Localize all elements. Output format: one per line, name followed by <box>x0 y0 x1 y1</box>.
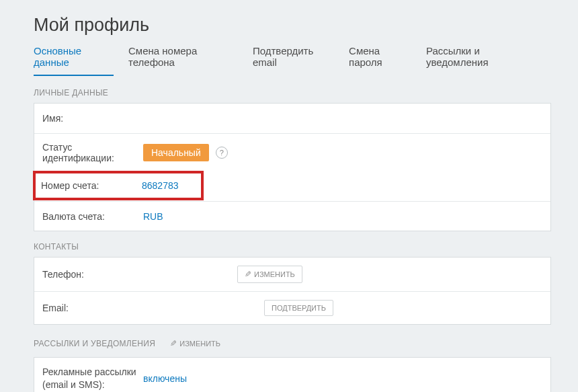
account-label: Номер счета: <box>41 180 142 191</box>
status-badge: Начальный <box>143 144 209 161</box>
currency-value: RUB <box>143 211 163 222</box>
row-phone: Телефон: ИЗМЕНИТЬ <box>34 258 550 291</box>
help-icon[interactable]: ? <box>216 147 228 159</box>
phone-btn-wrap: ИЗМЕНИТЬ <box>237 266 302 283</box>
ad-label: Рекламные рассылки (email и SMS): <box>42 366 143 391</box>
tab-change-phone[interactable]: Смена номера телефона <box>128 45 238 76</box>
section-personal: ЛИЧНЫЕ ДАННЫЕ Имя: Статус идентификации:… <box>34 88 551 231</box>
account-highlight-box: Номер счета: 8682783 <box>33 171 204 200</box>
section-notifications: РАССЫЛКИ И УВЕДОМЛЕНИЯ ИЗМЕНИТЬ Рекламны… <box>34 336 551 392</box>
contacts-panel: Телефон: ИЗМЕНИТЬ Email: ПОДТВЕРДИТЬ <box>34 257 551 325</box>
profile-page: Мой профиль Основные данные Смена номера… <box>0 0 578 392</box>
ad-value: включены <box>143 373 187 384</box>
section-header-notifications: РАССЫЛКИ И УВЕДОМЛЕНИЯ ИЗМЕНИТЬ <box>34 336 551 352</box>
page-title: Мой профиль <box>34 15 551 36</box>
notifications-panel: Рекламные рассылки (email и SMS): включе… <box>34 357 551 392</box>
tabs-bar: Основные данные Смена номера телефона По… <box>34 45 551 76</box>
phone-label: Телефон: <box>42 269 157 280</box>
row-status: Статус идентификации: Начальный ? <box>34 133 550 171</box>
tab-main-data[interactable]: Основные данные <box>34 45 114 76</box>
row-name: Имя: <box>34 104 550 133</box>
name-label: Имя: <box>42 113 143 124</box>
email-btn-wrap: ПОДТВЕРДИТЬ <box>264 300 333 316</box>
edit-notifications-label: ИЗМЕНИТЬ <box>179 340 220 348</box>
currency-label: Валюта счета: <box>42 211 143 222</box>
row-account: Номер счета: 8682783 <box>34 171 550 201</box>
pencil-icon <box>170 339 177 348</box>
row-currency: Валюта счета: RUB <box>34 201 550 231</box>
account-value: 8682783 <box>142 180 179 191</box>
confirm-email-button[interactable]: ПОДТВЕРДИТЬ <box>264 300 333 316</box>
status-label: Статус идентификации: <box>42 142 143 163</box>
change-phone-button[interactable]: ИЗМЕНИТЬ <box>237 266 302 283</box>
pencil-icon <box>245 270 251 279</box>
tab-change-password[interactable]: Смена пароля <box>349 45 411 76</box>
section-header-contacts: КОНТАКТЫ <box>34 242 551 251</box>
row-ad: Рекламные рассылки (email и SMS): включе… <box>34 358 550 392</box>
notifications-header-text: РАССЫЛКИ И УВЕДОМЛЕНИЯ <box>34 339 155 348</box>
section-header-personal: ЛИЧНЫЕ ДАННЫЕ <box>34 88 551 97</box>
edit-notifications-button[interactable]: ИЗМЕНИТЬ <box>163 336 227 352</box>
personal-panel: Имя: Статус идентификации: Начальный ? Н… <box>34 103 551 231</box>
section-contacts: КОНТАКТЫ Телефон: ИЗМЕНИТЬ Email: ПОДТВЕ… <box>34 242 551 325</box>
ad-label-line2: (email и SMS): <box>42 379 105 390</box>
change-phone-label: ИЗМЕНИТЬ <box>254 270 295 278</box>
row-email: Email: ПОДТВЕРДИТЬ <box>34 291 550 324</box>
email-label: Email: <box>42 303 157 313</box>
ad-label-line1: Рекламные рассылки <box>42 366 136 377</box>
tab-confirm-email[interactable]: Подтвердить email <box>253 45 334 76</box>
tab-notifications[interactable]: Рассылки и уведомления <box>426 45 536 76</box>
